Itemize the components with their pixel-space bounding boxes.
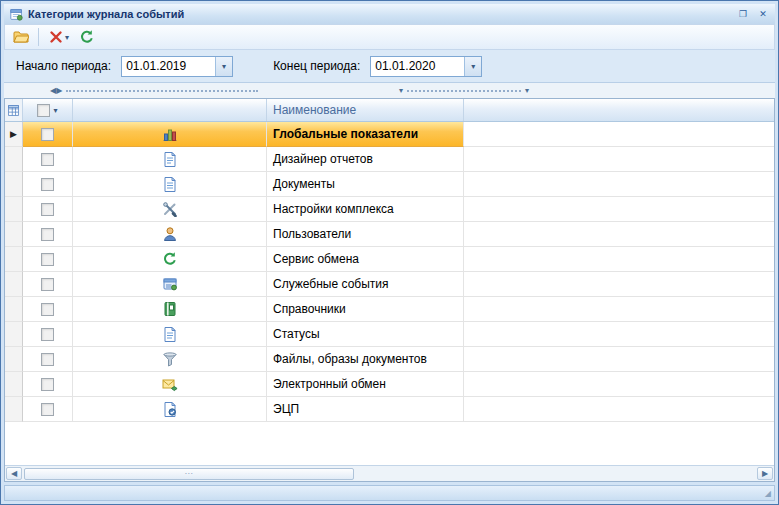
grid-row[interactable]: Электронный обмен (5, 372, 774, 397)
row-checkbox-cell[interactable] (23, 122, 73, 147)
status-icon (73, 322, 267, 347)
events-icon (73, 272, 267, 297)
row-name: Настройки комплекса (267, 197, 464, 222)
period-end-dropdown[interactable]: ▾ (464, 57, 481, 76)
row-checkbox-cell[interactable] (23, 272, 73, 297)
band-dotted-line[interactable] (66, 90, 258, 92)
grid-row[interactable]: Пользователи (5, 222, 774, 247)
row-checkbox[interactable] (41, 328, 54, 341)
row-indicator (5, 322, 23, 347)
row-indicator (5, 197, 23, 222)
row-checkbox-cell[interactable] (23, 222, 73, 247)
empty-column-header[interactable] (464, 99, 774, 121)
arrow-down-icon[interactable]: ▾ (525, 87, 529, 95)
grid-row[interactable]: Статусы (5, 322, 774, 347)
row-checkbox[interactable] (41, 278, 54, 291)
period-start-input[interactable] (122, 57, 215, 76)
arrow-right-icon[interactable]: ▶ (56, 87, 62, 95)
grid-row[interactable]: Сервис обмена (5, 247, 774, 272)
row-checkbox-cell[interactable] (23, 372, 73, 397)
row-name: ЭЦП (267, 397, 464, 422)
grid-row[interactable]: Справочники (5, 297, 774, 322)
column-band-strip: ◀ ▶ ▾ ▾ (4, 83, 775, 98)
row-checkbox-cell[interactable] (23, 297, 73, 322)
resize-grip-icon[interactable]: ◢ (765, 489, 771, 498)
row-checkbox[interactable] (41, 178, 54, 191)
band-dotted-line[interactable] (407, 90, 521, 92)
horizontal-scrollbar[interactable]: ◀ ⋯ ▶ (5, 465, 774, 481)
grid-row[interactable]: Файлы, образы документов (5, 347, 774, 372)
row-checkbox-cell[interactable] (23, 172, 73, 197)
band-splitter-right[interactable]: ▾ ▾ (399, 85, 529, 96)
row-filler (464, 297, 774, 322)
band-splitter-left[interactable]: ◀ ▶ (50, 85, 262, 96)
grid-row[interactable]: Дизайнер отчетов (5, 147, 774, 172)
delete-dropdown-caret[interactable]: ▾ (65, 33, 69, 42)
period-start-dropdown[interactable]: ▾ (215, 57, 232, 76)
chart-icon (73, 122, 267, 147)
grid-row[interactable]: ЭЦП (5, 397, 774, 422)
row-filler (464, 347, 774, 372)
delete-button[interactable]: ▾ (44, 26, 73, 48)
refresh-button[interactable] (75, 26, 99, 48)
maximize-button[interactable]: ❐ (735, 7, 751, 21)
delete-icon (48, 29, 64, 45)
grid-corner-cell[interactable] (5, 99, 23, 121)
period-start-datebox[interactable]: ▾ (121, 56, 233, 77)
row-checkbox-cell[interactable] (23, 397, 73, 422)
row-filler (464, 147, 774, 172)
row-filler (464, 272, 774, 297)
row-checkbox-cell[interactable] (23, 147, 73, 172)
toolbar-separator (38, 28, 39, 46)
row-checkbox[interactable] (41, 153, 54, 166)
grid-row[interactable]: Служебные события (5, 272, 774, 297)
row-name: Справочники (267, 297, 464, 322)
grid-row[interactable]: ▶Глобальные показатели (5, 122, 774, 147)
row-indicator (5, 372, 23, 397)
row-checkbox[interactable] (41, 303, 54, 316)
files-icon (73, 347, 267, 372)
row-checkbox-cell[interactable] (23, 322, 73, 347)
row-checkbox[interactable] (41, 128, 54, 141)
row-filler (464, 322, 774, 347)
row-filler (464, 197, 774, 222)
period-end-input[interactable] (371, 57, 464, 76)
arrow-down-icon[interactable]: ▾ (399, 87, 403, 95)
row-checkbox-cell[interactable] (23, 347, 73, 372)
checkbox-column-header[interactable]: ▾ (23, 99, 73, 121)
row-name: Сервис обмена (267, 247, 464, 272)
row-checkbox[interactable] (41, 228, 54, 241)
scroll-right-button[interactable]: ▶ (757, 467, 773, 480)
status-bar: ◢ (4, 485, 775, 501)
name-column-header[interactable]: Наименование (267, 99, 464, 121)
close-button[interactable]: ✕ (755, 7, 771, 21)
checkbox-dropdown-caret[interactable]: ▾ (53, 106, 57, 115)
row-checkbox[interactable] (41, 353, 54, 366)
signature-icon (73, 397, 267, 422)
row-indicator (5, 147, 23, 172)
grid-row[interactable]: Документы (5, 172, 774, 197)
row-checkbox[interactable] (41, 403, 54, 416)
grid-row[interactable]: Настройки комплекса (5, 197, 774, 222)
row-name: Служебные события (267, 272, 464, 297)
select-all-checkbox[interactable] (37, 104, 50, 117)
scrollbar-thumb[interactable]: ⋯ (24, 468, 354, 480)
refresh-icon (79, 29, 95, 45)
icon-column-header[interactable] (73, 99, 267, 121)
row-checkbox[interactable] (41, 253, 54, 266)
row-checkbox-cell[interactable] (23, 197, 73, 222)
row-indicator (5, 172, 23, 197)
row-indicator (5, 297, 23, 322)
row-filler (464, 122, 774, 147)
scroll-left-button[interactable]: ◀ (6, 467, 22, 480)
period-end-datebox[interactable]: ▾ (370, 56, 482, 77)
form-icon (8, 6, 24, 22)
row-filler (464, 222, 774, 247)
row-checkbox[interactable] (41, 378, 54, 391)
open-button[interactable] (9, 26, 33, 48)
row-checkbox[interactable] (41, 203, 54, 216)
row-checkbox-cell[interactable] (23, 247, 73, 272)
grid-header: ▾ Наименование (5, 99, 774, 122)
title-bar[interactable]: Категории журнала событий ❐ ✕ (4, 4, 775, 24)
report-icon (73, 147, 267, 172)
